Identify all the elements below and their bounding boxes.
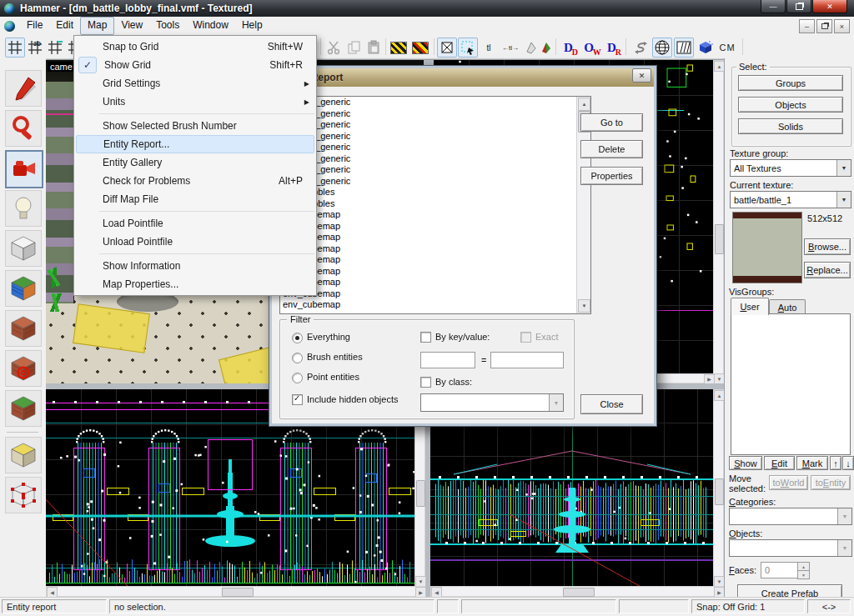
hide-selected-icon[interactable] (389, 38, 409, 58)
entity-list-item[interactable]: ambient_generic (280, 97, 590, 108)
cut-icon[interactable] (324, 38, 344, 58)
entity-tool[interactable] (5, 190, 42, 227)
flip-normal-icon[interactable] (524, 38, 539, 58)
key-input[interactable] (420, 352, 475, 368)
entity-list-item[interactable]: env_cubemap (280, 299, 590, 311)
entity-list-item[interactable]: ambient_generic (280, 164, 590, 176)
toggle-3d-grid-icon[interactable]: 3D (25, 38, 45, 58)
menu-item-check-for-problems[interactable]: Check for ProblemsAlt+P (76, 172, 314, 190)
menu-item-units[interactable]: Units▶ (76, 93, 314, 111)
faces-spin-down[interactable]: ▼ (797, 570, 810, 579)
apply-decals-tool[interactable] (5, 310, 42, 347)
viewport-side-vscrollbar[interactable]: ▲ ▼ (713, 389, 724, 586)
selection-handles-icon[interactable] (437, 38, 457, 58)
entity-list-item[interactable]: env_bubbles (280, 198, 590, 210)
selection-mode-icon[interactable] (630, 38, 651, 58)
selection-tool[interactable] (5, 70, 42, 107)
move-up-button[interactable]: ↑ (830, 456, 841, 470)
current-texture-combo[interactable]: battle/battle_1 ▼ (730, 191, 851, 208)
to-entity-button[interactable]: toEntity (811, 475, 851, 490)
menubar-item-edit[interactable]: Edit (49, 17, 80, 33)
filter-brush-radio[interactable] (292, 353, 303, 363)
clipping-tool[interactable] (5, 390, 42, 427)
visgroups-show-button[interactable]: Show (729, 456, 762, 470)
viewport-top-vscrollbar[interactable]: ▲ ▼ (713, 60, 724, 383)
value-input[interactable] (490, 352, 564, 368)
include-hidden-checkbox[interactable] (292, 394, 303, 405)
vertex-tool[interactable] (5, 477, 42, 513)
entity-list-item[interactable]: ambient_generic (280, 119, 590, 131)
entity-list-item[interactable]: env_cubemap (280, 243, 590, 255)
paste-icon[interactable] (364, 38, 384, 58)
entity-list-item[interactable]: ambient_generic (280, 153, 590, 165)
menu-item-map-properties[interactable]: Map Properties... (76, 275, 314, 293)
entity-list-item[interactable]: ambient_generic (280, 131, 590, 143)
select-objects-button[interactable]: Objects (738, 97, 843, 113)
by-class-checkbox[interactable] (420, 377, 431, 388)
restore-button[interactable] (786, 0, 811, 13)
menubar-item-map[interactable]: Map (80, 17, 114, 35)
smaller-grid-icon[interactable] (45, 38, 65, 58)
categories-combo[interactable]: ▼ (729, 508, 852, 525)
copy-icon[interactable] (344, 38, 364, 58)
menu-item-diff-map-file[interactable]: Diff Map File (76, 190, 314, 208)
menubar-item-view[interactable]: View (114, 17, 149, 33)
chevron-down-icon[interactable]: ▼ (836, 192, 851, 208)
properties-button[interactable]: Properties (580, 167, 643, 185)
select-groups-button[interactable]: Groups (738, 75, 843, 91)
scroll-thumb[interactable] (222, 588, 254, 597)
viewport-front-hscrollbar[interactable]: ◀ ▶ (46, 586, 425, 597)
entity-list-item[interactable]: env_bubbles (280, 187, 590, 198)
visgroups-tab-user[interactable]: User (731, 298, 769, 315)
move-down-button[interactable]: ↓ (842, 456, 854, 470)
mdi-minimize-button[interactable]: – (799, 19, 815, 33)
entity-list-item[interactable]: env_cubemap (280, 221, 590, 233)
hidden-items-window-icon[interactable] (674, 38, 694, 58)
filter-point-radio[interactable] (292, 373, 303, 383)
replace-button[interactable]: Replace... (804, 262, 851, 278)
menu-item-grid-settings[interactable]: Grid Settings▶ (76, 74, 314, 93)
display-option-dr-icon[interactable]: DR (604, 38, 625, 58)
close-button[interactable]: ✕ (812, 0, 847, 13)
scroll-up-arrow[interactable]: ▲ (578, 98, 590, 111)
entity-list-item[interactable]: env_cubemap (280, 209, 590, 221)
marquee-select-icon[interactable] (458, 38, 478, 58)
entity-list-item[interactable]: env_cubemap (280, 266, 590, 278)
entity-list-item[interactable]: ambient_generic (280, 142, 590, 153)
goto-button[interactable]: Go to (580, 113, 643, 132)
menu-item-snap-to-grid[interactable]: Snap to GridShift+W (76, 38, 314, 56)
flip-colored-icon[interactable] (539, 38, 554, 58)
entity-list-item[interactable]: env_cubemap (280, 277, 590, 288)
world-globe-icon[interactable] (652, 38, 672, 58)
magnify-tool[interactable] (5, 110, 42, 147)
menu-item-show-information[interactable]: Show Information (76, 257, 314, 275)
browse-button[interactable]: Browse... (804, 238, 851, 255)
viewport-side-hscrollbar[interactable]: ◀ ▶ (430, 586, 724, 597)
minimize-button[interactable]: — (761, 0, 786, 13)
menu-item-load-pointfile[interactable]: Load Pointfile (76, 214, 314, 233)
block-tool[interactable] (5, 230, 42, 267)
select-solids-button[interactable]: Solids (738, 118, 843, 134)
menu-item-entity-report[interactable]: Entity Report... (76, 135, 314, 153)
menubar-item-file[interactable]: File (20, 17, 49, 33)
cordon-cube-icon[interactable] (696, 38, 716, 58)
texture-scale-lock-icon[interactable]: ←tl→ (499, 38, 522, 58)
dialog-close-action-button[interactable]: Close (580, 394, 643, 414)
menubar-item-help[interactable]: Help (235, 17, 269, 33)
display-option-dd-icon[interactable]: DD (560, 38, 582, 58)
toggle-grid-icon[interactable] (5, 38, 25, 58)
menubar-item-window[interactable]: Window (186, 17, 235, 33)
texture-lock-icon[interactable]: tl (479, 38, 499, 58)
menubar-item-tools[interactable]: Tools (149, 17, 186, 33)
scroll-down-arrow[interactable]: ▼ (578, 299, 590, 313)
entity-list-item[interactable]: ambient_generic (280, 108, 590, 120)
scroll-thumb[interactable] (715, 224, 724, 254)
visgroups-edit-button[interactable]: Edit (764, 456, 795, 470)
dialog-close-button[interactable]: ✕ (632, 68, 651, 83)
entity-list-item[interactable]: env_cubemap (280, 232, 590, 243)
scroll-thumb[interactable] (416, 480, 425, 507)
by-keyvalue-checkbox[interactable] (420, 332, 431, 343)
faces-input[interactable]: 0 (761, 562, 799, 578)
visgroups-list[interactable] (731, 313, 851, 455)
class-combo[interactable]: ▼ (420, 393, 564, 412)
